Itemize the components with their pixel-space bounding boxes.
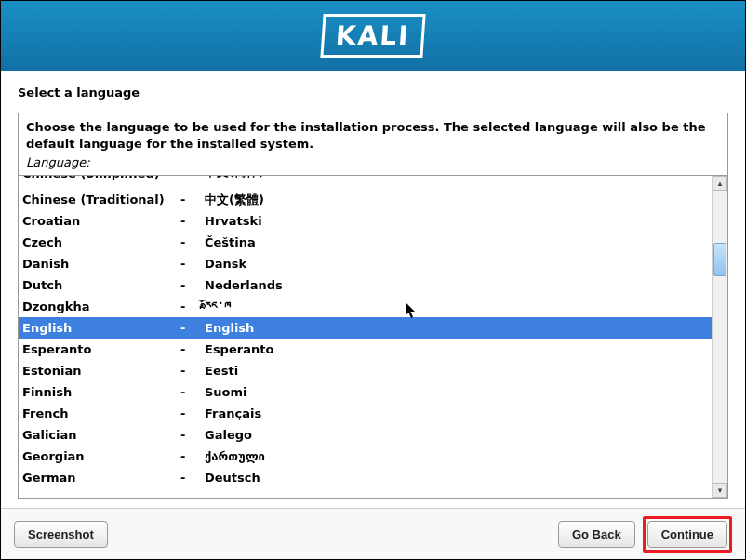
language-separator: - [180, 364, 205, 378]
page-title: Select a language [18, 86, 728, 100]
language-native: Eesti [205, 364, 712, 378]
language-row[interactable]: Dzongkha-རྫོང་ཁ [19, 296, 712, 317]
language-separator: - [180, 407, 205, 420]
language-name: Danish [22, 257, 180, 271]
language-row[interactable]: French-Français [19, 403, 712, 424]
language-native: རྫོང་ཁ [205, 300, 712, 313]
language-separator: - [180, 176, 205, 180]
language-separator: - [180, 300, 205, 313]
language-name: English [22, 321, 180, 335]
language-separator: - [180, 428, 205, 442]
screenshot-button[interactable]: Screenshot [14, 521, 108, 548]
language-native: Suomi [205, 385, 712, 399]
language-row[interactable]: Estonian-Eesti [19, 360, 712, 381]
instructions-box: Choose the language to be used for the i… [18, 113, 728, 175]
language-native: Čeština [205, 235, 712, 249]
language-row[interactable]: German-Deutsch [19, 467, 712, 488]
language-name: Dutch [22, 278, 180, 292]
language-native: Hrvatski [205, 214, 712, 228]
language-name: Czech [22, 235, 180, 249]
language-name: Galician [22, 428, 180, 442]
language-native: Français [205, 407, 712, 420]
installer-header: KALI [1, 1, 745, 71]
language-native: 中文(繁體) [205, 192, 712, 208]
language-row[interactable]: Galician-Galego [19, 424, 712, 446]
language-name: Chinese (Traditional) [22, 193, 180, 207]
language-row[interactable]: Esperanto-Esperanto [19, 339, 712, 360]
language-separator: - [180, 471, 205, 485]
language-native: Dansk [205, 257, 712, 271]
language-native: Esperanto [205, 342, 712, 356]
language-separator: - [180, 278, 205, 292]
language-native: Nederlands [205, 278, 712, 292]
scroll-thumb[interactable] [713, 243, 726, 276]
kali-logo: KALI [321, 14, 426, 58]
continue-highlight: Continue [643, 516, 732, 553]
language-name: Dzongkha [22, 300, 180, 313]
language-native: 中文(简体) [205, 176, 712, 180]
language-separator: - [180, 321, 205, 335]
language-row[interactable]: English-English [19, 317, 712, 339]
language-row[interactable]: Dutch-Nederlands [19, 274, 712, 296]
scrollbar[interactable]: ▴ ▾ [712, 176, 727, 498]
language-native: English [205, 321, 712, 335]
language-separator: - [180, 342, 205, 356]
instructions-text: Choose the language to be used for the i… [26, 119, 720, 152]
content-area: Select a language Choose the language to… [1, 71, 745, 508]
language-native: Deutsch [205, 471, 712, 485]
language-separator: - [180, 193, 205, 207]
language-row[interactable]: Chinese (Simplified)-中文(简体) [19, 176, 712, 189]
language-row[interactable]: Czech-Čeština [19, 232, 712, 253]
language-name: French [22, 407, 180, 420]
language-separator: - [180, 257, 205, 271]
scroll-track[interactable] [713, 191, 727, 483]
continue-button[interactable]: Continue [647, 521, 727, 548]
language-native: Galego [205, 428, 712, 442]
go-back-button[interactable]: Go Back [558, 521, 635, 548]
scroll-up-button[interactable]: ▴ [713, 176, 727, 191]
footer-right: Go Back Continue [558, 516, 732, 553]
language-separator: - [180, 214, 205, 228]
language-native: ქართული [205, 449, 712, 463]
language-row[interactable]: Finnish-Suomi [19, 381, 712, 403]
language-list[interactable]: Chinese (Simplified)-中文(简体)Chinese (Trad… [19, 176, 712, 498]
language-separator: - [180, 235, 205, 249]
scroll-down-button[interactable]: ▾ [713, 483, 727, 498]
language-separator: - [180, 385, 205, 399]
language-name: Georgian [22, 449, 180, 463]
language-row[interactable]: Croatian-Hrvatski [19, 210, 712, 232]
language-name: Chinese (Simplified) [22, 176, 180, 180]
language-row[interactable]: Danish-Dansk [19, 253, 712, 274]
language-name: Finnish [22, 385, 180, 399]
language-list-wrapper: Chinese (Simplified)-中文(简体)Chinese (Trad… [18, 175, 728, 499]
language-row[interactable]: Chinese (Traditional)-中文(繁體) [19, 189, 712, 210]
language-row[interactable]: Georgian-ქართული [19, 446, 712, 467]
language-separator: - [180, 449, 205, 463]
language-name: German [22, 471, 180, 485]
language-name: Croatian [22, 214, 180, 228]
footer-bar: Screenshot Go Back Continue [1, 508, 745, 559]
language-label: Language: [26, 155, 720, 169]
language-name: Esperanto [22, 342, 180, 356]
language-name: Estonian [22, 364, 180, 378]
